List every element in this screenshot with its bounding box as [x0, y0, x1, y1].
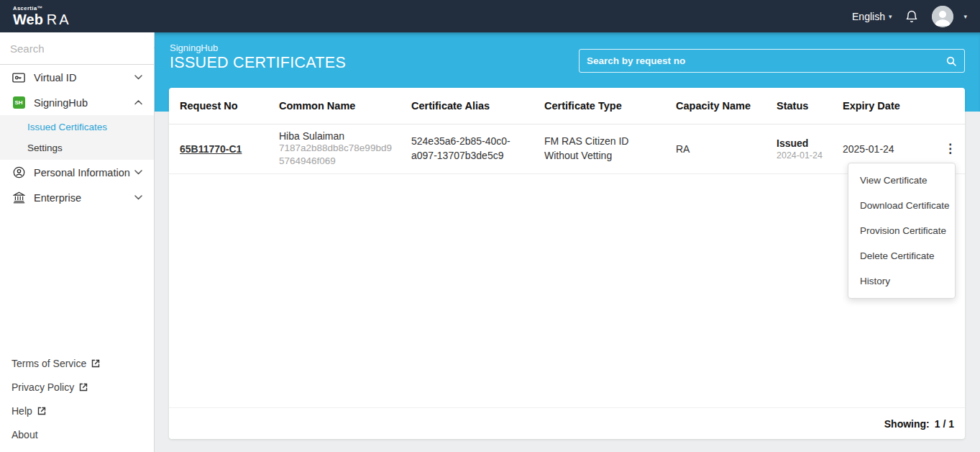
- about-link[interactable]: About: [12, 422, 142, 446]
- avatar[interactable]: [932, 6, 953, 27]
- chevron-down-icon: [134, 75, 142, 80]
- menu-item-download-certificate[interactable]: Download Certificate: [848, 193, 955, 218]
- menu-item-delete-certificate[interactable]: Delete Certificate: [848, 243, 955, 268]
- sidebar-nav: Virtual ID SH SigningHub Issued Certif: [0, 65, 154, 210]
- table-header-row: Request No Common Name Certificate Alias…: [169, 88, 965, 124]
- column-header-certificate-type: Certificate Type: [533, 88, 665, 124]
- request-search-input[interactable]: [587, 55, 945, 66]
- sidebar-item-settings[interactable]: Settings: [0, 137, 154, 158]
- panel-empty-space: [169, 174, 965, 407]
- certificates-table: Request No Common Name Certificate Alias…: [169, 88, 965, 174]
- table-row: 65B11770-C1 Hiba Sulaiman 7187a2b88db8c7…: [169, 124, 965, 173]
- row-actions-kebab-icon[interactable]: ⋮: [938, 140, 962, 158]
- menu-item-provision-certificate[interactable]: Provision Certificate: [848, 218, 955, 243]
- main-content: SigningHub ISSUED CERTIFICATES: [155, 32, 980, 452]
- certificates-panel: Request No Common Name Certificate Alias…: [169, 88, 965, 439]
- column-header-common-name: Common Name: [268, 88, 400, 124]
- terms-of-service-link[interactable]: Terms of Service: [12, 351, 142, 375]
- person-icon: [12, 166, 26, 178]
- privacy-policy-link[interactable]: Privacy Policy: [12, 375, 142, 399]
- profile-caret-icon[interactable]: ▾: [963, 13, 967, 20]
- chevron-down-icon: [134, 195, 142, 200]
- request-search-box: [579, 49, 965, 73]
- layout: Virtual ID SH SigningHub Issued Certif: [0, 32, 980, 452]
- sidebar-item-label: Virtual ID: [34, 72, 134, 83]
- column-header-request-no: Request No: [169, 88, 268, 124]
- language-selector[interactable]: English ▾: [852, 11, 892, 22]
- column-header-expiry-date: Expiry Date: [832, 88, 928, 124]
- sidebar-item-enterprise[interactable]: Enterprise: [0, 185, 154, 210]
- certificate-alias: 524e35a6-2b85-40c0-a097-13707b3de5c9: [411, 135, 526, 163]
- brand-ascertia: Ascertia™: [13, 6, 71, 12]
- menu-item-view-certificate[interactable]: View Certificate: [848, 168, 955, 193]
- common-name-id: 7187a2b88db8c78e99bd95764946f069: [279, 142, 393, 168]
- request-no-link[interactable]: 65B11770-C1: [180, 143, 242, 155]
- sidebar-item-label: Enterprise: [34, 192, 134, 204]
- table-footer: Showing: 1 / 1: [169, 407, 965, 439]
- sidebar-search: [0, 32, 154, 65]
- chevron-down-icon: [134, 170, 142, 175]
- common-name: Hiba Sulaiman: [279, 130, 393, 142]
- showing-value: 1 / 1: [935, 418, 954, 430]
- sidebar-item-label: SigningHub: [34, 97, 134, 109]
- navbar-right: English ▾ ▾: [852, 6, 967, 27]
- row-actions-menu: View Certificate Download Certificate Pr…: [848, 163, 956, 299]
- status-date: 2024-01-24: [777, 150, 825, 161]
- certificate-type: FM RAS Citizen ID Without Vetting: [544, 135, 658, 163]
- sidebar-item-signinghub[interactable]: SH SigningHub: [0, 90, 154, 115]
- external-link-icon: [91, 359, 100, 368]
- sidebar-item-label: Personal Information: [34, 167, 134, 178]
- signinghub-submenu: Issued Certificates Settings: [0, 115, 154, 160]
- virtual-id-icon: [12, 73, 26, 83]
- menu-item-history[interactable]: History: [848, 268, 955, 294]
- brand-webra: WebRA: [13, 12, 71, 27]
- sidebar-footer: Terms of Service Privacy Policy Help: [0, 351, 154, 446]
- column-header-actions: [928, 88, 965, 124]
- column-header-capacity-name: Capacity Name: [665, 88, 766, 124]
- help-link[interactable]: Help: [12, 399, 142, 422]
- top-navbar: Ascertia™ WebRA English ▾ ▾: [0, 0, 980, 32]
- app-root: Ascertia™ WebRA English ▾ ▾: [0, 0, 980, 452]
- status-badge: Issued: [777, 137, 825, 149]
- expiry-date: 2025-01-24: [843, 143, 894, 155]
- column-header-status: Status: [766, 88, 832, 124]
- language-label: English: [852, 11, 885, 22]
- brand-logo[interactable]: Ascertia™ WebRA: [13, 6, 71, 27]
- signinghub-icon: SH: [12, 96, 26, 109]
- external-link-icon: [37, 407, 46, 415]
- column-header-certificate-alias: Certificate Alias: [400, 88, 533, 124]
- notifications-bell-icon[interactable]: [905, 9, 919, 24]
- sidebar-item-personal-information[interactable]: Personal Information: [0, 160, 154, 185]
- bank-icon: [12, 191, 26, 204]
- sidebar-item-virtual-id[interactable]: Virtual ID: [0, 65, 154, 90]
- language-caret-icon: ▾: [889, 13, 892, 20]
- capacity-name: RA: [676, 143, 690, 155]
- sidebar-item-issued-certificates[interactable]: Issued Certificates: [0, 117, 154, 137]
- chevron-up-icon: [134, 100, 142, 105]
- search-icon[interactable]: [945, 55, 957, 67]
- showing-label: Showing:: [884, 418, 930, 430]
- sidebar: Virtual ID SH SigningHub Issued Certif: [0, 32, 155, 452]
- external-link-icon: [79, 383, 88, 392]
- sidebar-search-input[interactable]: [10, 42, 153, 55]
